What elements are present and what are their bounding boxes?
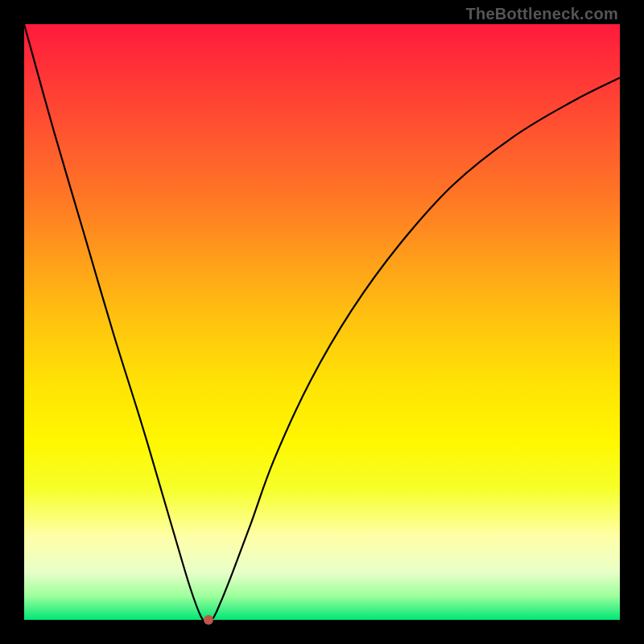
plot-area [24, 24, 620, 620]
chart-frame: TheBottleneck.com [0, 0, 644, 644]
minimum-marker [204, 615, 213, 625]
watermark-text: TheBottleneck.com [465, 5, 618, 23]
